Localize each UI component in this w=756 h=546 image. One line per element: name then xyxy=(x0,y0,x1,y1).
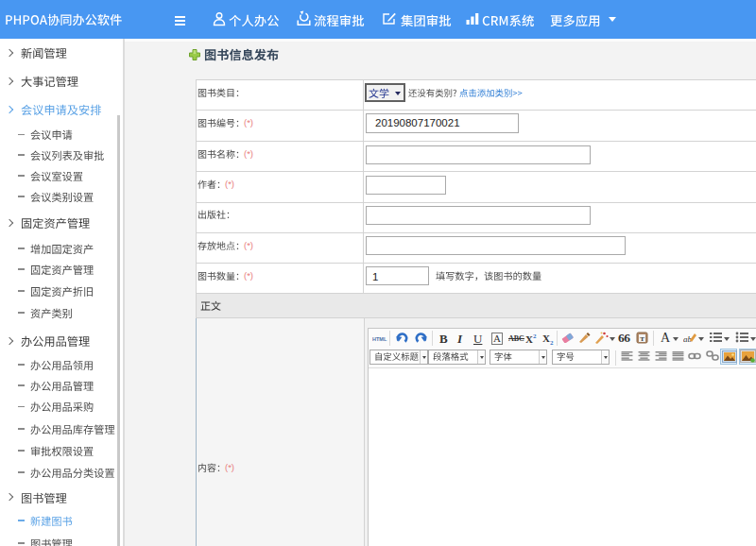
svg-text:T: T xyxy=(640,335,644,343)
